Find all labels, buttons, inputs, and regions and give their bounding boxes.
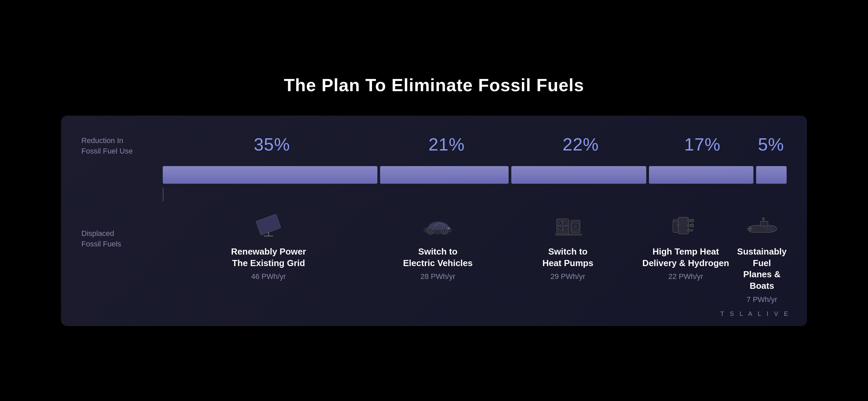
svg-point-49 (765, 227, 768, 230)
reduction-label: Reduction InFossil Fuel Use (81, 134, 163, 157)
svg-point-20 (443, 229, 446, 233)
tesla-live-watermark: T S L A L I V E (721, 310, 790, 318)
svg-point-39 (691, 224, 694, 227)
main-card: Reduction InFossil Fuel Use 35% 21% 22% … (61, 116, 807, 326)
top-row: Reduction InFossil Fuel Use 35% 21% 22% … (81, 134, 787, 157)
pct-value-5: 5% (758, 134, 784, 155)
item-col-1: Renewably PowerThe Existing Grid 46 PWh/… (163, 208, 374, 281)
svg-rect-40 (673, 220, 678, 233)
pct-value-1: 35% (254, 134, 290, 155)
page-title: The Plan To Eliminate Fossil Fuels (284, 75, 584, 95)
item-col-5: Sustainably FuelPlanes & Boats 7 PWh/yr (737, 208, 787, 304)
svg-rect-43 (761, 221, 768, 226)
solar-panel-icon (248, 208, 289, 239)
bar-4 (649, 166, 753, 184)
hydrogen-icon (665, 208, 706, 239)
item-subtitle-3: 29 PWh/yr (550, 272, 585, 281)
svg-rect-21 (448, 227, 450, 229)
pct-item-4: 17% (649, 134, 755, 155)
item-title-2: Switch toElectric Vehicles (403, 246, 473, 269)
item-title-1: Renewably PowerThe Existing Grid (231, 246, 306, 269)
pct-item-1: 35% (163, 134, 381, 155)
pct-item-3: 22% (512, 134, 649, 155)
item-title-4: High Temp HeatDelivery & Hydrogen (643, 246, 729, 269)
svg-rect-33 (555, 234, 581, 235)
svg-point-25 (562, 225, 564, 226)
item-title-3: Switch toHeat Pumps (542, 246, 593, 269)
svg-point-18 (429, 229, 432, 233)
pct-item-5: 5% (755, 134, 787, 155)
item-subtitle-2: 28 PWh/yr (420, 272, 455, 281)
svg-point-38 (691, 219, 694, 222)
plane-boat-icon (742, 208, 782, 239)
item-subtitle-1: 46 PWh/yr (251, 272, 286, 281)
bar-2 (380, 166, 509, 184)
pct-value-4: 17% (684, 134, 721, 155)
svg-rect-45 (762, 218, 765, 219)
svg-rect-37 (687, 229, 693, 231)
displaced-label: DisplacedFossil Fuels (81, 208, 163, 249)
svg-point-32 (574, 224, 577, 228)
pct-value-3: 22% (563, 134, 599, 155)
bar-5 (756, 166, 787, 184)
item-col-3: Switch toHeat Pumps 29 PWh/yr (501, 208, 634, 281)
pct-item-2: 21% (381, 134, 512, 155)
percentages-row: 35% 21% 22% 17% 5% (163, 134, 787, 155)
item-subtitle-5: 7 PWh/yr (747, 295, 777, 304)
item-subtitle-4: 22 PWh/yr (668, 272, 703, 281)
item-col-4: High Temp HeatDelivery & Hydrogen 22 PWh… (634, 208, 737, 281)
svg-point-41 (673, 219, 678, 221)
slide-container: The Plan To Eliminate Fossil Fuels Reduc… (0, 0, 868, 401)
item-title-5: Sustainably FuelPlanes & Boats (737, 246, 787, 292)
svg-rect-42 (677, 224, 679, 225)
svg-point-50 (770, 227, 772, 230)
items-row: Renewably PowerThe Existing Grid 46 PWh/… (163, 208, 787, 304)
bar-3 (511, 166, 646, 184)
heat-pump-icon (548, 208, 588, 239)
pct-value-2: 21% (429, 134, 465, 155)
bar-1 (163, 166, 377, 184)
electric-car-icon (417, 208, 458, 239)
content-row: DisplacedFossil Fuels (81, 208, 787, 304)
item-col-2: Switch toElectric Vehicles 28 PWh/yr (374, 208, 501, 281)
